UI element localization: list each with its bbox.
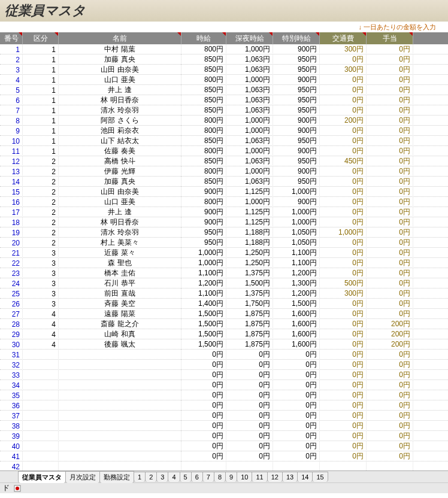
cell-no[interactable]: 41 (0, 451, 23, 461)
cell-wage[interactable]: 0円 (181, 421, 226, 431)
sheet-tab[interactable]: 1 (134, 472, 146, 482)
cell-name[interactable] (59, 400, 181, 411)
sheet-tab[interactable]: 15 (312, 472, 328, 482)
cell-name[interactable]: 井上 逢 (59, 85, 181, 95)
table-row[interactable]: 243石川 恭平1,200円1,500円1,300円500円0円 (0, 278, 448, 289)
cell-no[interactable]: 1 (0, 44, 23, 54)
cell-allow[interactable]: 0円 (367, 380, 413, 390)
cell-wage[interactable]: 850円 (181, 105, 226, 116)
cell-no[interactable]: 6 (0, 95, 23, 105)
cell-name[interactable]: 山田 由奈美 (59, 65, 181, 75)
cell-name[interactable]: 山口 亜美 (59, 197, 181, 207)
cell-special[interactable]: 0円 (273, 370, 320, 380)
cell-trans[interactable]: 0円 (320, 105, 367, 116)
table-row[interactable]: 263斉藤 美空1,400円1,750円1,500円0円0円 (0, 299, 448, 309)
table-row[interactable]: 122高橋 快斗850円1,063円950円450円0円 (0, 156, 448, 166)
cell-kubun[interactable]: 2 (23, 177, 59, 187)
cell-wage[interactable]: 850円 (181, 136, 226, 146)
cell-allow[interactable]: 0円 (367, 451, 413, 461)
cell-night[interactable]: 1,875円 (226, 329, 273, 339)
cell-name[interactable] (59, 411, 181, 421)
cell-trans[interactable]: 0円 (320, 268, 367, 278)
cell-wage[interactable]: 800円 (181, 44, 226, 54)
cell-no[interactable]: 19 (0, 227, 23, 238)
cell-kubun[interactable] (23, 441, 59, 451)
cell-special[interactable]: 1,000円 (273, 217, 320, 227)
cell-name[interactable]: 石川 恭平 (59, 278, 181, 289)
cell-wage[interactable]: 1,500円 (181, 309, 226, 319)
cell-trans[interactable]: 0円 (320, 411, 367, 421)
cell-wage[interactable]: 1,500円 (181, 329, 226, 339)
table-row[interactable]: 320円0円0円0円0円 (0, 360, 448, 370)
sheet-tab[interactable]: 13 (282, 472, 298, 482)
cell-trans[interactable]: 0円 (320, 258, 367, 268)
cell-allow[interactable]: 0円 (367, 309, 413, 319)
cell-name[interactable]: 加藤 真央 (59, 177, 181, 187)
cell-allow[interactable]: 0円 (367, 411, 413, 421)
cell-wage[interactable]: 900円 (181, 207, 226, 217)
cell-night[interactable]: 1,875円 (226, 339, 273, 350)
cell-name[interactable] (59, 350, 181, 360)
table-row[interactable]: 233橋本 圭佑1,100円1,375円1,200円0円0円 (0, 268, 448, 278)
cell-night[interactable]: 0円 (226, 370, 273, 380)
cell-kubun[interactable]: 1 (23, 105, 59, 116)
cell-name[interactable]: 伊藤 光輝 (59, 166, 181, 177)
cell-night[interactable]: 1,875円 (226, 319, 273, 329)
cell-trans[interactable]: 0円 (320, 451, 367, 461)
cell-wage[interactable]: 1,000円 (181, 258, 226, 268)
cell-night[interactable]: 1,375円 (226, 289, 273, 299)
cell-no[interactable]: 5 (0, 85, 23, 95)
cell-special[interactable]: 950円 (273, 105, 320, 116)
cell-name[interactable]: 村上 美菜々 (59, 238, 181, 248)
cell-wage[interactable]: 950円 (181, 227, 226, 238)
cell-trans[interactable]: 0円 (320, 95, 367, 105)
cell-kubun[interactable] (23, 360, 59, 370)
cell-trans[interactable]: 0円 (320, 319, 367, 329)
table-row[interactable]: 41山口 亜美800円1,000円900円0円0円 (0, 75, 448, 85)
cell-allow[interactable]: 0円 (367, 187, 413, 197)
table-row[interactable]: 310円0円0円0円0円 (0, 350, 448, 360)
cell-kubun[interactable]: 2 (23, 238, 59, 248)
cell-special[interactable]: 0円 (273, 411, 320, 421)
cell-trans[interactable]: 0円 (320, 136, 367, 146)
cell-name[interactable]: 林 明日香奈 (59, 95, 181, 105)
cell-trans[interactable]: 0円 (320, 54, 367, 65)
cell-night[interactable]: 1,000円 (226, 75, 273, 85)
table-row[interactable]: 81阿部 さくら800円1,000円900円200円0円 (0, 116, 448, 126)
cell-trans[interactable]: 500円 (320, 278, 367, 289)
table-row[interactable]: 213近藤 菜々1,000円1,250円1,100円0円0円 (0, 248, 448, 258)
cell-allow[interactable]: 0円 (367, 350, 413, 360)
cell-special[interactable] (273, 461, 320, 470)
record-macro-icon[interactable] (13, 484, 22, 493)
cell-special[interactable]: 0円 (273, 350, 320, 360)
cell-night[interactable]: 1,063円 (226, 54, 273, 65)
cell-name[interactable]: 山下 結衣太 (59, 136, 181, 146)
cell-kubun[interactable]: 3 (23, 248, 59, 258)
cell-no[interactable]: 15 (0, 187, 23, 197)
cell-no[interactable]: 25 (0, 289, 23, 299)
cell-name[interactable]: 高橋 快斗 (59, 156, 181, 166)
cell-special[interactable]: 900円 (273, 75, 320, 85)
cell-special[interactable]: 0円 (273, 431, 320, 441)
cell-wage[interactable]: 800円 (181, 166, 226, 177)
cell-trans[interactable]: 0円 (320, 217, 367, 227)
cell-name[interactable]: 橋本 圭佑 (59, 268, 181, 278)
table-row[interactable]: 202村上 美菜々950円1,188円1,050円0円0円 (0, 238, 448, 248)
cell-wage[interactable] (181, 461, 226, 470)
cell-night[interactable]: 0円 (226, 350, 273, 360)
cell-wage[interactable]: 0円 (181, 370, 226, 380)
sheet-tab[interactable]: 3 (156, 472, 168, 482)
cell-trans[interactable]: 0円 (320, 329, 367, 339)
cell-wage[interactable]: 800円 (181, 126, 226, 136)
cell-special[interactable]: 0円 (273, 360, 320, 370)
cell-kubun[interactable]: 2 (23, 197, 59, 207)
cell-no[interactable]: 40 (0, 441, 23, 451)
table-row[interactable]: 340円0円0円0円0円 (0, 380, 448, 390)
cell-night[interactable]: 1,188円 (226, 238, 273, 248)
sheet-tab[interactable]: 4 (168, 472, 180, 482)
cell-name[interactable] (59, 390, 181, 400)
cell-night[interactable]: 1,000円 (226, 166, 273, 177)
table-row[interactable]: 400円0円0円0円0円 (0, 441, 448, 451)
cell-name[interactable]: 加藤 真央 (59, 54, 181, 65)
cell-name[interactable]: 森 聖也 (59, 258, 181, 268)
